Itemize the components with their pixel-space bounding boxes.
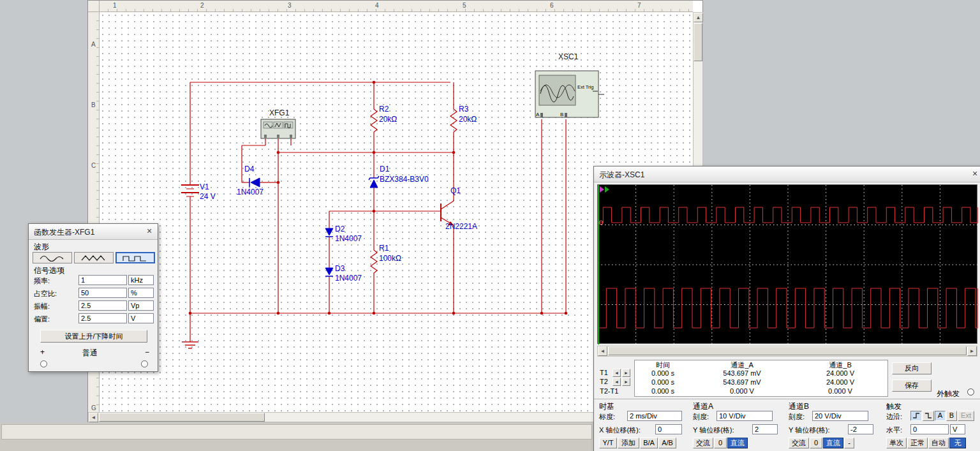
minus-terminal[interactable]: [141, 360, 148, 367]
scope-scrollbar-thumb[interactable]: [608, 346, 967, 355]
diff-channel-b: 0.000 V: [793, 387, 887, 396]
component-r3-resistor[interactable]: [450, 108, 457, 133]
channel-b-section-label: 通道B: [789, 401, 809, 412]
ba-mode-button[interactable]: B/A: [640, 438, 658, 448]
sine-wave-button[interactable]: [33, 252, 72, 263]
channel-b-zero-button[interactable]: 0: [810, 438, 822, 448]
amplitude-unit-select[interactable]: Vp: [128, 300, 154, 311]
channel-b-scale-label: 刻度:: [789, 412, 805, 422]
channel-b-scale-input[interactable]: 20 V/Div: [812, 411, 868, 421]
channel-b-ac-button[interactable]: 交流: [789, 438, 809, 448]
t2-right-button[interactable]: ►: [622, 378, 630, 386]
t1-left-button[interactable]: ◄: [612, 369, 621, 377]
square-wave-button[interactable]: [115, 252, 155, 263]
channel-a-ac-button[interactable]: 交流: [693, 438, 713, 448]
ext-trigger-label: 外触发: [937, 388, 960, 399]
h-scrollbar-thumb[interactable]: [99, 413, 265, 422]
oscilloscope-window[interactable]: 示波器-XSC1 × ◄ ► T1 ◄ ► T2 ◄ ► T2-T1: [593, 166, 980, 451]
ab-mode-button[interactable]: A/B: [658, 438, 676, 448]
left-arrow-icon: ◄: [614, 371, 619, 375]
function-generator-window[interactable]: 函数发生器-XFG1 × 波形 信号选项 频率: 1 kHz 占空比: 50 %…: [28, 223, 158, 372]
save-button[interactable]: 保存: [892, 380, 932, 392]
rise-fall-time-button[interactable]: 设置上升/下降时间: [40, 330, 147, 343]
t2-label: T2: [600, 378, 608, 385]
scope-controls: 时基 标度: 2 ms/Div X 轴位移(格): 0 Y/T 添加 B/A A…: [594, 399, 980, 451]
label-r1-val: 100kΩ: [379, 254, 401, 263]
channel-a-ypos-input[interactable]: 2: [752, 424, 778, 434]
channel-a-section-label: 通道A: [693, 401, 713, 412]
component-xsc1-icon[interactable]: Ext Trig A B: [535, 71, 604, 117]
component-xfg1-icon[interactable]: [261, 119, 295, 138]
v-scrollbar-thumb[interactable]: [694, 23, 702, 61]
triangle-wave-button[interactable]: [74, 252, 114, 263]
frequency-input[interactable]: 1: [78, 275, 127, 285]
waveform-section-label: 波形: [34, 242, 49, 253]
component-r1-resistor[interactable]: [371, 249, 377, 274]
t2-left-button[interactable]: ◄: [612, 378, 621, 386]
ext-trigger-terminal[interactable]: [967, 388, 974, 396]
circuit-wires[interactable]: [190, 82, 566, 342]
label-q1-val: 2N2221A: [445, 222, 477, 231]
channel-a-scale-input[interactable]: 10 V/Div: [716, 411, 773, 421]
scope-scrollbar[interactable]: ◄ ►: [597, 346, 977, 357]
label-d4-ref: D4: [244, 165, 255, 174]
channel-b-ypos-input[interactable]: -2: [848, 424, 873, 434]
ground-symbol[interactable]: [182, 342, 198, 348]
amplitude-input[interactable]: 2.5: [78, 300, 127, 311]
col-time: 时间: [635, 360, 691, 369]
scroll-left-button[interactable]: ◄: [89, 413, 98, 422]
close-icon[interactable]: ×: [144, 225, 155, 237]
scope-scroll-right-button[interactable]: ►: [967, 346, 977, 356]
offset-input[interactable]: 2.5: [78, 313, 127, 323]
plus-terminal[interactable]: [40, 360, 47, 367]
trigger-single-button[interactable]: 单次: [886, 438, 907, 448]
scope-titlebar[interactable]: 示波器-XSC1 ×: [594, 166, 980, 182]
trigger-level-unit[interactable]: V: [950, 424, 965, 434]
scope-measurement-panel: T1 ◄ ► T2 ◄ ► T2-T1 时间 通道_A 通道_B 0.000 s: [597, 359, 977, 398]
component-r2-resistor[interactable]: [371, 108, 377, 133]
sine-wave-icon: [38, 254, 66, 262]
fg-titlebar[interactable]: 函数发生器-XFG1 ×: [29, 224, 158, 240]
falling-edge-button[interactable]: [923, 411, 934, 421]
yt-mode-button[interactable]: Y/T: [599, 438, 617, 448]
rising-edge-button[interactable]: [910, 411, 922, 421]
component-v1-battery[interactable]: [181, 185, 199, 196]
scope-scroll-left-button[interactable]: ◄: [598, 346, 607, 356]
trigger-b-button[interactable]: B: [946, 411, 957, 421]
timebase-scale-input[interactable]: 2 ms/Div: [627, 411, 682, 421]
timebase-xpos-input[interactable]: 0: [655, 424, 682, 434]
scroll-up-button[interactable]: ▲: [694, 13, 703, 22]
channel-b-dc-button[interactable]: 直流: [823, 438, 843, 448]
t2-t1-label: T2-T1: [600, 387, 618, 395]
channel-a-dc-button[interactable]: 直流: [727, 438, 748, 448]
channel-b-minus-button[interactable]: -: [844, 438, 854, 448]
cursor-t2-row: T2: [600, 378, 608, 387]
trigger-ext-button[interactable]: Ext: [958, 411, 974, 421]
component-d1-zener[interactable]: [369, 176, 379, 188]
duty-input[interactable]: 50: [78, 288, 127, 298]
plus-terminal-label: +: [40, 348, 45, 357]
col-channel-b: 通道_B: [793, 360, 887, 369]
component-d2-diode[interactable]: [325, 228, 333, 237]
frequency-unit-select[interactable]: kHz: [128, 275, 154, 285]
triangle-wave-icon: [80, 254, 108, 262]
trigger-auto-button[interactable]: 自动: [928, 438, 949, 448]
component-d4-diode[interactable]: [249, 178, 260, 187]
close-icon[interactable]: ×: [969, 168, 980, 179]
channel-a-zero-button[interactable]: 0: [714, 438, 727, 448]
duty-label: 占空比:: [34, 289, 57, 299]
trigger-a-button[interactable]: A: [935, 411, 946, 421]
trigger-level-input[interactable]: 0: [910, 424, 949, 434]
offset-unit-select[interactable]: V: [128, 313, 154, 323]
duty-unit-select[interactable]: %: [128, 288, 154, 298]
label-xfg1-ref: XFG1: [269, 108, 290, 117]
measurement-row-t1: 0.000 s 543.697 mV 24.000 V: [635, 369, 887, 378]
t1-right-button[interactable]: ►: [622, 369, 630, 377]
add-mode-button[interactable]: 添加: [618, 438, 639, 448]
label-v1-ref: V1: [200, 182, 209, 191]
reverse-button[interactable]: 反向: [892, 362, 932, 374]
trigger-normal-button[interactable]: 正常: [907, 438, 928, 448]
trigger-none-button[interactable]: 无: [949, 438, 966, 448]
component-d3-diode[interactable]: [325, 268, 333, 276]
right-arrow-icon: ►: [624, 371, 628, 375]
